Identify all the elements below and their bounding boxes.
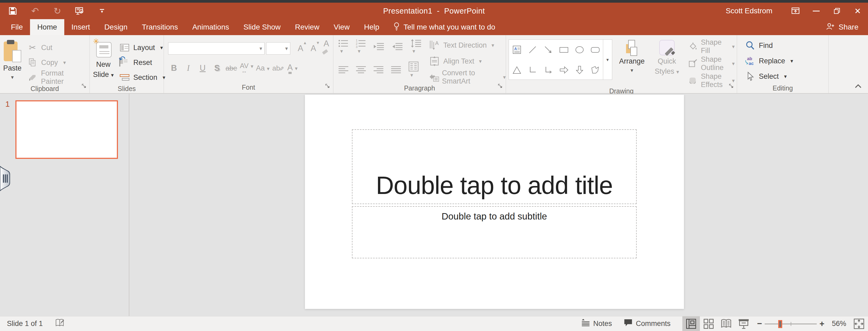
subtitle-placeholder[interactable]: Double tap to add subtitle: [352, 206, 637, 258]
close-button[interactable]: [847, 3, 868, 19]
minimize-button[interactable]: [806, 3, 827, 19]
shapes-gallery-more-icon[interactable]: [603, 39, 612, 80]
fit-slide-to-window-icon[interactable]: [853, 318, 865, 330]
zoom-level[interactable]: 56%: [832, 320, 846, 328]
shape-freeform[interactable]: [589, 64, 601, 76]
view-normal-button[interactable]: [682, 316, 700, 331]
shape-line[interactable]: [527, 44, 538, 56]
shape-line-arrow[interactable]: [542, 44, 554, 56]
share-button[interactable]: Share: [816, 19, 868, 35]
tab-design[interactable]: Design: [97, 19, 135, 35]
find-button[interactable]: Find: [742, 39, 829, 52]
notes-button[interactable]: Notes: [581, 318, 612, 329]
ribbon-display-options-icon[interactable]: [785, 3, 806, 19]
shape-elbow-connector[interactable]: [527, 64, 538, 76]
shape-isosceles-triangle[interactable]: [511, 64, 523, 76]
tab-review[interactable]: Review: [288, 19, 327, 35]
align-right-button: [373, 65, 384, 74]
tab-home[interactable]: Home: [30, 19, 64, 35]
paste-dropdown-caret[interactable]: [11, 74, 14, 80]
section-button[interactable]: Section: [117, 71, 167, 84]
title-placeholder-text: Double tap to add title: [376, 171, 613, 200]
arrange-dropdown-caret[interactable]: [630, 67, 633, 74]
font-color-label: A: [287, 63, 293, 74]
shape-rounded-rectangle[interactable]: [589, 44, 601, 56]
customize-quick-access-icon[interactable]: [97, 6, 107, 16]
tab-file[interactable]: File: [4, 19, 30, 35]
shape-outline-label: Shape Outline: [701, 55, 727, 72]
quick-styles-button: Quick Styles: [652, 39, 682, 87]
convert-to-smartart-button: Convert to SmartArt: [429, 71, 506, 83]
reset-button[interactable]: ↶ Reset: [117, 56, 167, 69]
replace-button[interactable]: abac Replace: [742, 54, 829, 67]
comments-label: Comments: [636, 320, 671, 328]
share-person-icon: [826, 22, 835, 32]
tab-transitions[interactable]: Transitions: [135, 19, 185, 35]
shape-right-arrow[interactable]: [558, 64, 570, 76]
paragraph-dialog-launcher-icon[interactable]: [498, 84, 503, 90]
shape-elbow-arrow-connector[interactable]: [542, 64, 554, 76]
start-from-beginning-icon[interactable]: [75, 6, 85, 16]
view-reading-button[interactable]: [717, 316, 735, 331]
restore-button[interactable]: [827, 3, 847, 19]
zoom-slider-thumb[interactable]: [778, 320, 782, 328]
drawing-dialog-launcher-icon[interactable]: [729, 84, 734, 90]
new-slide-button[interactable]: New Slide: [90, 39, 117, 84]
signed-in-user[interactable]: Scott Edstrom: [725, 7, 772, 15]
shape-text-box[interactable]: A: [511, 44, 523, 56]
arrange-button[interactable]: Arrange: [616, 39, 648, 87]
slide-thumbnail[interactable]: [16, 100, 118, 159]
proofing-icon[interactable]: [55, 318, 65, 329]
shape-rectangle[interactable]: [558, 44, 570, 56]
quick-styles-label-2: Styles: [655, 67, 679, 76]
paste-button[interactable]: Paste: [0, 39, 25, 84]
svg-text:A: A: [514, 47, 517, 51]
italic-button: I: [183, 63, 194, 73]
view-slide-show-button[interactable]: [735, 316, 752, 331]
select-button[interactable]: Select: [742, 70, 829, 83]
layout-label: Layout: [133, 44, 155, 52]
collapse-ribbon-icon[interactable]: [855, 84, 862, 89]
arrange-icon: [626, 40, 638, 55]
redo-icon[interactable]: [53, 6, 62, 16]
clipboard-dialog-launcher-icon[interactable]: [82, 84, 87, 90]
section-icon: [119, 74, 130, 81]
select-icon: [744, 72, 756, 81]
zoom-slider[interactable]: [765, 316, 817, 331]
save-icon[interactable]: [8, 6, 18, 16]
powerpoint-window: Presentation1 - PowerPoint Scott Edstrom…: [0, 0, 868, 331]
tab-animations[interactable]: Animations: [185, 19, 237, 35]
tab-view[interactable]: View: [327, 19, 357, 35]
zoom-in-button[interactable]: +: [819, 319, 825, 329]
layout-button[interactable]: Layout: [117, 41, 167, 54]
shape-oval[interactable]: [574, 44, 585, 56]
title-bar-right: Scott Edstrom: [725, 3, 868, 19]
title-placeholder[interactable]: Double tap to add title: [352, 129, 637, 204]
decrease-indent-button: [373, 42, 385, 51]
title-bar: Presentation1 - PowerPoint Scott Edstrom: [0, 3, 868, 19]
tab-insert[interactable]: Insert: [64, 19, 97, 35]
shape-down-arrow[interactable]: [574, 64, 585, 76]
replace-icon: abac: [744, 56, 756, 66]
undo-icon[interactable]: [30, 6, 40, 16]
strikethrough-button: abe: [225, 64, 237, 72]
view-slide-sorter-button[interactable]: [700, 316, 717, 331]
bold-button: B: [168, 63, 180, 73]
clipboard-group-label: Clipboard: [0, 84, 90, 93]
zoom-out-button[interactable]: −: [757, 319, 762, 329]
font-dialog-launcher-icon[interactable]: [325, 84, 331, 90]
comments-button[interactable]: Comments: [624, 318, 671, 329]
tell-me-box[interactable]: Tell me what you want to do: [386, 19, 502, 35]
ribbon-tabs: File Home Insert Design Transitions Anim…: [0, 19, 868, 35]
tab-help[interactable]: Help: [357, 19, 387, 35]
font-name-combobox[interactable]: [168, 42, 265, 55]
shape-fill-icon: [688, 42, 698, 51]
group-editing: Find abac Replace Select Editing: [737, 35, 829, 93]
font-size-combobox[interactable]: [266, 42, 290, 55]
align-text-label: Align Text: [443, 57, 474, 65]
shape-effects-label: Shape Effects: [701, 72, 727, 89]
copy-icon: [27, 58, 38, 67]
tab-slide-show[interactable]: Slide Show: [236, 19, 288, 35]
slide-canvas[interactable]: Double tap to add title Double tap to ad…: [305, 95, 684, 309]
left-edge-handle[interactable]: [0, 165, 10, 193]
